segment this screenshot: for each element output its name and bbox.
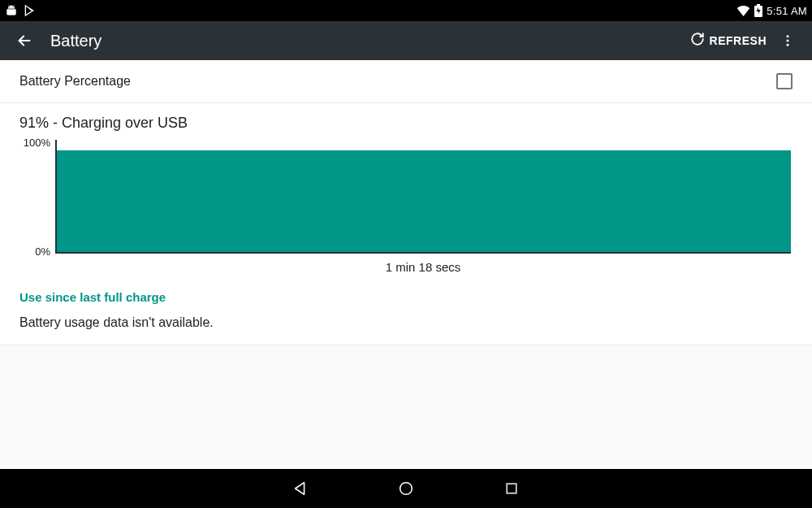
battery-charging-icon [754, 4, 762, 17]
svg-rect-3 [757, 4, 760, 6]
overflow-menu-button[interactable] [773, 26, 802, 55]
chart-y-axis: 100% 0% [19, 140, 52, 254]
refresh-label: REFRESH [710, 34, 767, 47]
refresh-button[interactable]: REFRESH [684, 27, 773, 54]
status-bar: 5:51 AM [0, 0, 812, 21]
svg-rect-8 [507, 484, 516, 493]
chart-series-fill [57, 150, 791, 252]
refresh-icon [690, 32, 705, 50]
back-button[interactable] [10, 26, 39, 55]
svg-point-6 [787, 44, 789, 46]
nav-back-button[interactable] [284, 472, 317, 505]
pref-battery-percentage[interactable]: Battery Percentage [0, 60, 812, 103]
status-clock: 5:51 AM [767, 5, 807, 17]
chart-y-tick-bottom: 0% [35, 245, 50, 258]
content-area: Battery Percentage 91% - Charging over U… [0, 60, 812, 469]
svg-point-1 [12, 7, 13, 7]
pref-label: Battery Percentage [19, 74, 131, 89]
svg-point-5 [787, 40, 789, 42]
page-title: Battery [50, 32, 102, 50]
charge-status-text: 91% - Charging over USB [19, 115, 793, 132]
chart-x-caption: 1 min 18 secs [55, 260, 791, 274]
navigation-bar [0, 469, 812, 508]
battery-graph-section: 91% - Charging over USB 100% 0% 1 min 18… [0, 103, 812, 345]
svg-point-0 [9, 7, 10, 7]
nav-home-button[interactable] [390, 472, 422, 505]
battery-percentage-checkbox[interactable] [776, 73, 793, 89]
chart-plot-area [55, 140, 791, 254]
action-bar: Battery REFRESH [0, 21, 812, 60]
play-store-icon [23, 4, 36, 17]
usage-unavailable-text: Battery usage data isn't available. [19, 315, 793, 330]
chart-y-tick-top: 100% [24, 137, 50, 149]
battery-chart[interactable]: 100% 0% 1 min 18 secs [19, 140, 793, 274]
nav-recents-button[interactable] [495, 472, 528, 505]
svg-point-7 [400, 483, 412, 495]
wifi-icon [736, 5, 750, 16]
svg-point-4 [787, 35, 789, 37]
android-head-icon [5, 4, 18, 17]
use-since-subheader: Use since last full charge [19, 290, 793, 304]
